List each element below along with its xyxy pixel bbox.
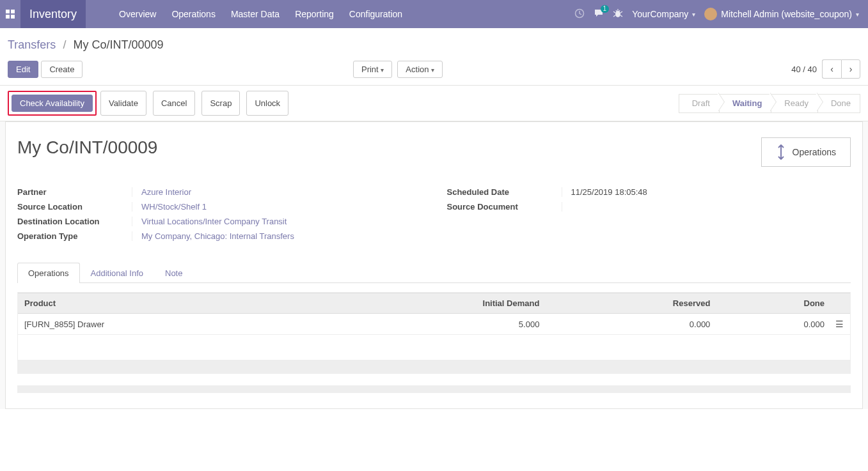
nav-menu: Overview Operations Master Data Reportin… bbox=[111, 0, 410, 28]
tab-note[interactable]: Note bbox=[154, 263, 193, 283]
svg-rect-0 bbox=[6, 10, 10, 13]
source-location-value[interactable]: WH/Stock/Shelf 1 bbox=[141, 202, 207, 212]
scheduled-date-value: 11/25/2019 18:05:48 bbox=[571, 187, 647, 197]
pager: 40 / 40 ‹ › bbox=[791, 59, 860, 79]
table-row[interactable]: [FURN_8855] Drawer 5.000 0.000 0.000 ☰ bbox=[18, 314, 850, 335]
user-name: Mitchell Admin (website_coupon) bbox=[721, 9, 852, 19]
breadcrumb-sep: / bbox=[63, 38, 66, 51]
source-document-label: Source Document bbox=[447, 202, 562, 212]
nav-right: 1 YourCompany ▾ Mitchell Admin (website_… bbox=[574, 8, 868, 20]
chevron-down-icon: ▾ bbox=[856, 11, 859, 18]
breadcrumb: Transfers / My Co/INT/00009 bbox=[8, 38, 163, 52]
th-initial-demand[interactable]: Initial Demand bbox=[309, 293, 546, 314]
partner-value[interactable]: Azure Interior bbox=[141, 187, 191, 197]
destination-location-label: Destination Location bbox=[17, 217, 132, 226]
action-button[interactable]: Action ▾ bbox=[397, 61, 443, 78]
tabs: Operations Additional Info Note bbox=[17, 263, 851, 283]
source-location-label: Source Location bbox=[17, 202, 132, 212]
nav-menu-operations[interactable]: Operations bbox=[164, 0, 223, 28]
svg-rect-3 bbox=[11, 15, 15, 19]
edit-button[interactable]: Edit bbox=[8, 61, 38, 78]
chevron-down-icon: ▾ bbox=[692, 11, 695, 18]
svg-point-5 bbox=[615, 11, 620, 17]
unlock-button[interactable]: Unlock bbox=[246, 91, 288, 116]
status-draft[interactable]: Draft bbox=[679, 94, 720, 113]
nav-menu-masterdata[interactable]: Master Data bbox=[223, 0, 287, 28]
svg-rect-1 bbox=[11, 10, 15, 13]
nav-menu-overview[interactable]: Overview bbox=[111, 0, 164, 28]
partner-label: Partner bbox=[17, 187, 132, 197]
scheduled-date-label: Scheduled Date bbox=[447, 187, 562, 197]
nav-menu-configuration[interactable]: Configuration bbox=[342, 0, 410, 28]
messages-icon[interactable]: 1 bbox=[594, 8, 604, 20]
transfer-icon bbox=[776, 144, 786, 160]
statusbar: Draft Waiting Ready Done bbox=[679, 94, 860, 113]
pager-prev[interactable]: ‹ bbox=[822, 59, 841, 79]
status-ready[interactable]: Ready bbox=[771, 94, 818, 113]
operations-table: Product Initial Demand Reserved Done [FU… bbox=[18, 293, 850, 373]
company-name: YourCompany bbox=[632, 9, 688, 19]
th-reserved[interactable]: Reserved bbox=[546, 293, 716, 314]
operations-stat-label: Operations bbox=[793, 147, 836, 157]
cancel-button[interactable]: Cancel bbox=[153, 91, 195, 116]
nav-menu-reporting[interactable]: Reporting bbox=[287, 0, 342, 28]
svg-rect-2 bbox=[6, 15, 10, 19]
cell-done: 0.000 bbox=[716, 314, 831, 335]
pager-next[interactable]: › bbox=[841, 59, 860, 79]
validate-button[interactable]: Validate bbox=[100, 91, 146, 116]
breadcrumb-current: My Co/INT/00009 bbox=[73, 38, 163, 51]
cell-reserved: 0.000 bbox=[546, 314, 716, 335]
clock-icon[interactable] bbox=[574, 8, 585, 20]
tab-operations[interactable]: Operations bbox=[17, 263, 80, 283]
operation-type-label: Operation Type bbox=[17, 231, 132, 241]
top-navbar: Inventory Overview Operations Master Dat… bbox=[0, 0, 868, 28]
cell-product: [FURN_8855] Drawer bbox=[18, 314, 309, 335]
control-panel: Transfers / My Co/INT/00009 Edit Create … bbox=[0, 28, 868, 86]
scrap-button[interactable]: Scrap bbox=[201, 91, 240, 116]
detail-icon[interactable]: ☰ bbox=[831, 314, 850, 335]
operations-stat-button[interactable]: Operations bbox=[761, 137, 851, 167]
check-availability-button[interactable]: Check Availability bbox=[12, 95, 93, 112]
avatar bbox=[704, 8, 717, 20]
company-switcher[interactable]: YourCompany ▾ bbox=[632, 9, 695, 19]
tab-additional-info[interactable]: Additional Info bbox=[80, 263, 154, 283]
form-sheet: My Co/INT/00009 Operations Partner Azure… bbox=[5, 121, 863, 409]
th-product[interactable]: Product bbox=[18, 293, 309, 314]
status-waiting[interactable]: Waiting bbox=[720, 94, 771, 113]
create-button[interactable]: Create bbox=[41, 61, 83, 78]
print-button[interactable]: Print ▾ bbox=[353, 61, 392, 78]
breadcrumb-parent[interactable]: Transfers bbox=[8, 38, 56, 51]
pager-text: 40 / 40 bbox=[791, 65, 817, 74]
messages-badge: 1 bbox=[601, 5, 610, 13]
user-menu[interactable]: Mitchell Admin (website_coupon) ▾ bbox=[704, 8, 859, 20]
th-done[interactable]: Done bbox=[716, 293, 831, 314]
operation-type-value[interactable]: My Company, Chicago: Internal Transfers bbox=[141, 231, 294, 241]
record-title: My Co/INT/00009 bbox=[17, 137, 157, 158]
statusbar-row: Check Availability Validate Cancel Scrap… bbox=[0, 86, 868, 121]
bug-icon[interactable] bbox=[613, 8, 623, 20]
destination-location-value[interactable]: Virtual Locations/Inter Company Transit bbox=[141, 217, 287, 226]
highlight-annotation: Check Availability bbox=[8, 91, 97, 116]
app-brand[interactable]: Inventory bbox=[20, 0, 86, 28]
status-done[interactable]: Done bbox=[818, 94, 860, 113]
footer-bar bbox=[17, 385, 851, 393]
apps-icon[interactable] bbox=[0, 0, 20, 28]
cell-initial: 5.000 bbox=[309, 314, 546, 335]
